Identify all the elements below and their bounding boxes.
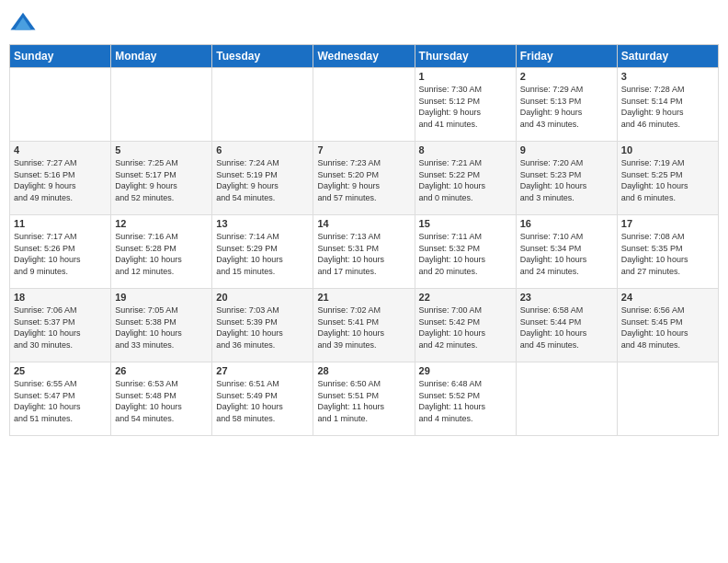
calendar-cell: 16Sunrise: 7:10 AM Sunset: 5:34 PM Dayli…	[516, 215, 617, 289]
day-info: Sunrise: 7:11 AM Sunset: 5:32 PM Dayligh…	[419, 231, 512, 277]
calendar-cell: 29Sunrise: 6:48 AM Sunset: 5:52 PM Dayli…	[415, 362, 516, 436]
day-info: Sunrise: 6:56 AM Sunset: 5:45 PM Dayligh…	[621, 304, 714, 350]
day-info: Sunrise: 7:25 AM Sunset: 5:17 PM Dayligh…	[115, 157, 208, 203]
calendar-cell: 26Sunrise: 6:53 AM Sunset: 5:48 PM Dayli…	[111, 362, 212, 436]
header-sunday: Sunday	[10, 45, 111, 68]
calendar-cell: 12Sunrise: 7:16 AM Sunset: 5:28 PM Dayli…	[111, 215, 212, 289]
day-info: Sunrise: 6:50 AM Sunset: 5:51 PM Dayligh…	[317, 378, 410, 424]
day-number: 13	[216, 218, 309, 229]
day-info: Sunrise: 7:28 AM Sunset: 5:14 PM Dayligh…	[621, 84, 714, 130]
day-info: Sunrise: 7:29 AM Sunset: 5:13 PM Dayligh…	[520, 84, 613, 130]
calendar-cell: 4Sunrise: 7:27 AM Sunset: 5:16 PM Daylig…	[10, 142, 111, 215]
calendar-week-2: 4Sunrise: 7:27 AM Sunset: 5:16 PM Daylig…	[10, 142, 719, 215]
day-number: 21	[317, 292, 410, 303]
header-thursday: Thursday	[415, 45, 516, 68]
calendar-cell: 10Sunrise: 7:19 AM Sunset: 5:25 PM Dayli…	[617, 142, 718, 215]
calendar-cell: 22Sunrise: 7:00 AM Sunset: 5:42 PM Dayli…	[415, 289, 516, 362]
day-info: Sunrise: 7:03 AM Sunset: 5:39 PM Dayligh…	[216, 304, 309, 350]
day-info: Sunrise: 6:53 AM Sunset: 5:48 PM Dayligh…	[115, 378, 208, 424]
day-number: 14	[317, 218, 410, 229]
calendar-cell: 9Sunrise: 7:20 AM Sunset: 5:23 PM Daylig…	[516, 142, 617, 215]
day-info: Sunrise: 6:48 AM Sunset: 5:52 PM Dayligh…	[419, 378, 512, 424]
day-number: 4	[14, 144, 107, 155]
calendar-cell: 25Sunrise: 6:55 AM Sunset: 5:47 PM Dayli…	[10, 362, 111, 436]
day-number: 11	[14, 218, 107, 229]
calendar-cell: 24Sunrise: 6:56 AM Sunset: 5:45 PM Dayli…	[617, 289, 718, 362]
calendar-cell	[10, 68, 111, 142]
calendar-week-5: 25Sunrise: 6:55 AM Sunset: 5:47 PM Dayli…	[10, 362, 719, 436]
calendar-cell: 19Sunrise: 7:05 AM Sunset: 5:38 PM Dayli…	[111, 289, 212, 362]
calendar-cell	[111, 68, 212, 142]
header-area	[9, 9, 719, 37]
day-number: 6	[216, 144, 309, 155]
day-number: 7	[317, 144, 410, 155]
calendar-cell: 6Sunrise: 7:24 AM Sunset: 5:19 PM Daylig…	[212, 142, 313, 215]
header-tuesday: Tuesday	[212, 45, 313, 68]
day-number: 26	[115, 365, 208, 376]
calendar-cell: 14Sunrise: 7:13 AM Sunset: 5:31 PM Dayli…	[313, 215, 415, 289]
day-number: 20	[216, 292, 309, 303]
day-info: Sunrise: 7:13 AM Sunset: 5:31 PM Dayligh…	[317, 231, 410, 277]
calendar-cell	[516, 362, 617, 436]
calendar-cell: 7Sunrise: 7:23 AM Sunset: 5:20 PM Daylig…	[313, 142, 415, 215]
day-number: 17	[621, 218, 714, 229]
day-number: 19	[115, 292, 208, 303]
calendar-cell: 27Sunrise: 6:51 AM Sunset: 5:49 PM Dayli…	[212, 362, 313, 436]
day-number: 23	[520, 292, 613, 303]
day-number: 12	[115, 218, 208, 229]
header-wednesday: Wednesday	[313, 45, 415, 68]
day-number: 5	[115, 144, 208, 155]
calendar-cell: 15Sunrise: 7:11 AM Sunset: 5:32 PM Dayli…	[415, 215, 516, 289]
header-monday: Monday	[111, 45, 212, 68]
calendar-cell: 5Sunrise: 7:25 AM Sunset: 5:17 PM Daylig…	[111, 142, 212, 215]
calendar-cell: 1Sunrise: 7:30 AM Sunset: 5:12 PM Daylig…	[415, 68, 516, 142]
day-info: Sunrise: 6:51 AM Sunset: 5:49 PM Dayligh…	[216, 378, 309, 424]
day-info: Sunrise: 6:58 AM Sunset: 5:44 PM Dayligh…	[520, 304, 613, 350]
header-friday: Friday	[516, 45, 617, 68]
calendar-cell	[617, 362, 718, 436]
logo-icon	[9, 9, 37, 37]
calendar-cell: 2Sunrise: 7:29 AM Sunset: 5:13 PM Daylig…	[516, 68, 617, 142]
calendar-cell: 17Sunrise: 7:08 AM Sunset: 5:35 PM Dayli…	[617, 215, 718, 289]
calendar-cell	[212, 68, 313, 142]
day-info: Sunrise: 7:00 AM Sunset: 5:42 PM Dayligh…	[419, 304, 512, 350]
day-number: 9	[520, 144, 613, 155]
calendar-week-1: 1Sunrise: 7:30 AM Sunset: 5:12 PM Daylig…	[10, 68, 719, 142]
day-number: 10	[621, 144, 714, 155]
day-number: 27	[216, 365, 309, 376]
logo	[9, 9, 40, 37]
calendar-cell: 23Sunrise: 6:58 AM Sunset: 5:44 PM Dayli…	[516, 289, 617, 362]
calendar-table: SundayMondayTuesdayWednesdayThursdayFrid…	[9, 44, 719, 436]
day-info: Sunrise: 7:14 AM Sunset: 5:29 PM Dayligh…	[216, 231, 309, 277]
day-number: 18	[14, 292, 107, 303]
day-info: Sunrise: 7:23 AM Sunset: 5:20 PM Dayligh…	[317, 157, 410, 203]
day-info: Sunrise: 7:30 AM Sunset: 5:12 PM Dayligh…	[419, 84, 512, 130]
day-info: Sunrise: 7:19 AM Sunset: 5:25 PM Dayligh…	[621, 157, 714, 203]
day-info: Sunrise: 7:27 AM Sunset: 5:16 PM Dayligh…	[14, 157, 107, 203]
day-info: Sunrise: 7:21 AM Sunset: 5:22 PM Dayligh…	[419, 157, 512, 203]
day-info: Sunrise: 7:08 AM Sunset: 5:35 PM Dayligh…	[621, 231, 714, 277]
header-saturday: Saturday	[617, 45, 718, 68]
day-number: 29	[419, 365, 512, 376]
day-info: Sunrise: 7:24 AM Sunset: 5:19 PM Dayligh…	[216, 157, 309, 203]
day-info: Sunrise: 6:55 AM Sunset: 5:47 PM Dayligh…	[14, 378, 107, 424]
calendar-cell: 28Sunrise: 6:50 AM Sunset: 5:51 PM Dayli…	[313, 362, 415, 436]
calendar-cell	[313, 68, 415, 142]
day-number: 8	[419, 144, 512, 155]
calendar-cell: 18Sunrise: 7:06 AM Sunset: 5:37 PM Dayli…	[10, 289, 111, 362]
calendar-week-3: 11Sunrise: 7:17 AM Sunset: 5:26 PM Dayli…	[10, 215, 719, 289]
day-number: 2	[520, 71, 613, 82]
day-info: Sunrise: 7:10 AM Sunset: 5:34 PM Dayligh…	[520, 231, 613, 277]
day-number: 25	[14, 365, 107, 376]
day-info: Sunrise: 7:16 AM Sunset: 5:28 PM Dayligh…	[115, 231, 208, 277]
day-number: 22	[419, 292, 512, 303]
day-number: 1	[419, 71, 512, 82]
calendar-header-row: SundayMondayTuesdayWednesdayThursdayFrid…	[10, 45, 719, 68]
day-info: Sunrise: 7:02 AM Sunset: 5:41 PM Dayligh…	[317, 304, 410, 350]
day-number: 15	[419, 218, 512, 229]
day-info: Sunrise: 7:06 AM Sunset: 5:37 PM Dayligh…	[14, 304, 107, 350]
day-number: 16	[520, 218, 613, 229]
calendar-cell: 20Sunrise: 7:03 AM Sunset: 5:39 PM Dayli…	[212, 289, 313, 362]
day-number: 3	[621, 71, 714, 82]
calendar-cell: 13Sunrise: 7:14 AM Sunset: 5:29 PM Dayli…	[212, 215, 313, 289]
